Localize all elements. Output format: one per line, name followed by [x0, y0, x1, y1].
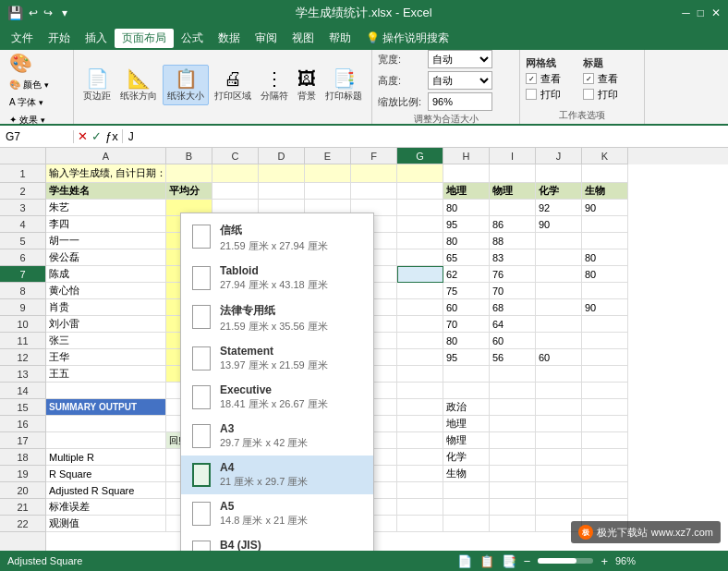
paper-tabloid[interactable]: Tabloid 27.94 厘米 x 43.18 厘米: [181, 259, 373, 298]
cell-I6[interactable]: 83: [490, 249, 536, 266]
formula-input[interactable]: J: [123, 130, 728, 143]
menu-home[interactable]: 开始: [41, 29, 78, 48]
maximize-button[interactable]: □: [698, 6, 704, 19]
cell-H7[interactable]: 62: [443, 266, 490, 283]
view-layout[interactable]: 📋: [479, 554, 494, 568]
row-2[interactable]: 2: [0, 183, 45, 200]
cell-F1[interactable]: [351, 164, 397, 183]
cell-H8[interactable]: 75: [443, 283, 490, 299]
headings-view-check[interactable]: ✓: [583, 73, 594, 84]
paper-legal[interactable]: 法律专用纸 21.59 厘米 x 35.56 厘米: [181, 298, 373, 339]
row-16[interactable]: 16: [0, 416, 45, 432]
cell-H18[interactable]: 化学: [443, 449, 490, 466]
cell-H15[interactable]: 政治: [443, 399, 490, 416]
cell-G5[interactable]: [397, 233, 443, 249]
cell-A1[interactable]: 输入学生成绩, 自计日期：X: [46, 164, 166, 183]
row-17[interactable]: 17: [0, 432, 45, 449]
paper-statement[interactable]: Statement 13.97 厘米 x 21.59 厘米: [181, 339, 373, 378]
breaks-button[interactable]: ⋮ 分隔符: [257, 66, 292, 104]
gridlines-view-check[interactable]: ✓: [526, 73, 537, 84]
cell-G2[interactable]: [397, 183, 443, 200]
cell-G8[interactable]: [397, 283, 443, 299]
theme-button[interactable]: 🎨: [6, 50, 53, 76]
col-F[interactable]: F: [351, 148, 397, 164]
cell-H19[interactable]: 生物: [443, 466, 490, 482]
cell-K4[interactable]: [582, 216, 628, 233]
menu-view[interactable]: 视图: [285, 29, 322, 48]
cell-I11[interactable]: 60: [490, 333, 536, 349]
cell-J2[interactable]: 化学: [536, 183, 582, 200]
zoom-in[interactable]: +: [601, 554, 608, 568]
col-I[interactable]: I: [490, 148, 536, 164]
cell-A9[interactable]: 肖贵: [46, 299, 166, 316]
cell-C2[interactable]: [212, 183, 259, 200]
print-area-button[interactable]: 🖨 打印区域: [211, 66, 255, 104]
confirm-icon[interactable]: ✓: [91, 129, 102, 143]
cell-G11[interactable]: [397, 333, 443, 349]
cell-I5[interactable]: 88: [490, 233, 536, 249]
cell-J7[interactable]: [536, 266, 582, 283]
cell-H3[interactable]: 80: [443, 200, 490, 216]
function-icon[interactable]: ƒx: [105, 129, 118, 143]
cell-H5[interactable]: 80: [443, 233, 490, 249]
menu-search[interactable]: 💡 操作说明搜索: [358, 29, 456, 48]
cell-I10[interactable]: 64: [490, 316, 536, 333]
cell-K2[interactable]: 生物: [582, 183, 628, 200]
cell-G7[interactable]: [397, 266, 443, 283]
cell-J10[interactable]: [536, 316, 582, 333]
cell-A8[interactable]: 黄心怡: [46, 283, 166, 299]
col-E[interactable]: E: [305, 148, 351, 164]
view-preview[interactable]: 📑: [502, 554, 516, 568]
cell-J6[interactable]: [536, 249, 582, 266]
cell-A4[interactable]: 李四: [46, 216, 166, 233]
cell-H9[interactable]: 60: [443, 299, 490, 316]
color-button[interactable]: 🎨 颜色▾: [6, 77, 53, 93]
cell-K1[interactable]: [582, 164, 628, 183]
paper-a4[interactable]: A4 21 厘米 x 29.7 厘米: [181, 456, 373, 494]
col-D[interactable]: D: [259, 148, 305, 164]
view-normal[interactable]: 📄: [457, 554, 472, 568]
gridlines-print-check[interactable]: [526, 89, 537, 100]
cell-J4[interactable]: 90: [536, 216, 582, 233]
row-5[interactable]: 5: [0, 233, 45, 249]
row-21[interactable]: 21: [0, 499, 45, 516]
row-7[interactable]: 7: [0, 266, 45, 283]
col-J[interactable]: J: [536, 148, 582, 164]
menu-formula[interactable]: 公式: [174, 29, 211, 48]
row-20[interactable]: 20: [0, 482, 45, 499]
cell-J11[interactable]: [536, 333, 582, 349]
cell-H12[interactable]: 95: [443, 349, 490, 366]
cell-K12[interactable]: [582, 349, 628, 366]
cell-I9[interactable]: 68: [490, 299, 536, 316]
cell-A15[interactable]: SUMMARY OUTPUT: [46, 399, 166, 416]
row-12[interactable]: 12: [0, 349, 45, 366]
cell-I2[interactable]: 物理: [490, 183, 536, 200]
cell-J8[interactable]: [536, 283, 582, 299]
cell-I3[interactable]: [490, 200, 536, 216]
cell-I13[interactable]: [490, 366, 536, 383]
col-G[interactable]: G: [397, 148, 443, 164]
row-8[interactable]: 8: [0, 283, 45, 299]
cell-C1[interactable]: [212, 164, 259, 183]
row-9[interactable]: 9: [0, 299, 45, 316]
background-button[interactable]: 🖼 背景: [294, 66, 320, 104]
cell-A3[interactable]: 朱艺: [46, 200, 166, 216]
row-1[interactable]: 1: [0, 164, 45, 183]
cell-J12[interactable]: 60: [536, 349, 582, 366]
row-6[interactable]: 6: [0, 249, 45, 266]
cell-A21[interactable]: 标准误差: [46, 499, 166, 516]
menu-data[interactable]: 数据: [211, 29, 248, 48]
menu-file[interactable]: 文件: [4, 29, 41, 48]
cell-J9[interactable]: [536, 299, 582, 316]
select-all-corner[interactable]: [0, 148, 46, 164]
cell-E1[interactable]: [305, 164, 351, 183]
paper-letter[interactable]: 信纸 21.59 厘米 x 27.94 厘米: [181, 217, 373, 259]
cell-E2[interactable]: [305, 183, 351, 200]
cell-H4[interactable]: 95: [443, 216, 490, 233]
col-C[interactable]: C: [212, 148, 259, 164]
col-H[interactable]: H: [443, 148, 490, 164]
scale-input[interactable]: [428, 92, 492, 111]
menu-insert[interactable]: 插入: [78, 29, 115, 48]
cell-H13[interactable]: [443, 366, 490, 383]
cell-K13[interactable]: [582, 366, 628, 383]
